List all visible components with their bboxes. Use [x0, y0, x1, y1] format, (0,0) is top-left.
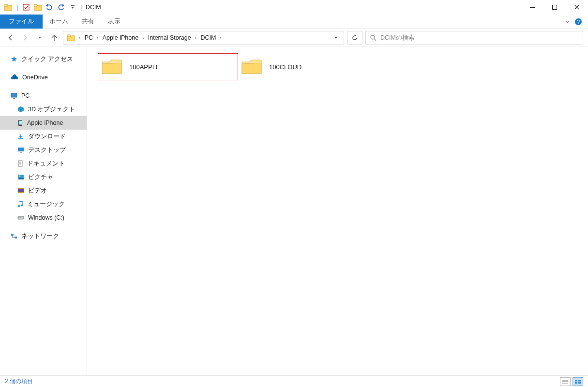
undo-icon[interactable]	[44, 2, 55, 13]
tab-home[interactable]: ホーム	[43, 15, 75, 29]
chevron-right-icon[interactable]: ›	[194, 35, 198, 41]
svg-rect-17	[19, 121, 22, 125]
sidebar-item-desktop[interactable]: デスクトップ	[0, 143, 87, 157]
svg-rect-15	[13, 98, 15, 99]
body: クイック アクセス OneDrive PC 3D オブジェクト Apple iP…	[0, 46, 588, 375]
document-icon	[17, 160, 23, 167]
explorer-icon[interactable]	[3, 2, 14, 13]
search-input[interactable]	[380, 34, 579, 41]
svg-rect-6	[530, 7, 535, 8]
cloud-icon	[11, 74, 18, 80]
ribbon-expand-icon[interactable]	[565, 19, 570, 24]
maximize-button[interactable]	[543, 0, 566, 15]
sidebar-item-windows-c[interactable]: Windows (C:)	[0, 211, 87, 224]
tab-file[interactable]: ファイル	[0, 15, 43, 29]
minimize-button[interactable]	[521, 0, 543, 15]
sidebar-quick-access[interactable]: クイック アクセス	[0, 52, 87, 66]
status-item-count: 2 個の項目	[5, 377, 33, 386]
sidebar-item-videos[interactable]: ビデオ	[0, 184, 87, 197]
address-bar[interactable]: › PC › Apple iPhone › Internal Storage ›…	[63, 31, 344, 45]
up-button[interactable]	[48, 32, 60, 44]
properties-icon[interactable]	[21, 2, 31, 13]
svg-point-30	[18, 205, 20, 207]
svg-rect-7	[553, 5, 557, 10]
download-icon	[17, 133, 24, 140]
sidebar-item-music[interactable]: ミュージック	[0, 197, 87, 211]
view-large-icons-button[interactable]	[573, 377, 583, 386]
forward-button[interactable]	[19, 32, 31, 44]
address-root-icon[interactable]	[65, 34, 77, 41]
qat-dropdown-icon[interactable]	[67, 2, 78, 13]
drive-icon	[17, 215, 24, 221]
svg-rect-2	[23, 4, 29, 10]
sidebar-item-downloads[interactable]: ダウンロード	[0, 130, 87, 143]
svg-rect-1	[4, 4, 8, 6]
folder-item[interactable]: 100APPLE	[98, 53, 238, 80]
refresh-button[interactable]	[347, 31, 362, 45]
svg-rect-40	[578, 380, 581, 382]
close-button[interactable]	[566, 0, 588, 15]
cube-icon	[17, 106, 24, 113]
chevron-right-icon[interactable]: ›	[96, 35, 100, 41]
sidebar-pc[interactable]: PC	[0, 89, 87, 103]
svg-rect-33	[18, 217, 21, 217]
breadcrumb-dcim[interactable]: DCIM	[198, 34, 218, 41]
redo-icon[interactable]	[56, 2, 66, 13]
svg-rect-41	[575, 382, 577, 384]
chevron-right-icon[interactable]: ›	[219, 35, 223, 41]
title-bar: | | DCIM	[0, 0, 588, 15]
view-details-button[interactable]	[560, 377, 571, 386]
svg-rect-21	[18, 161, 22, 166]
folder-item[interactable]: 100CLOUD	[238, 53, 378, 80]
back-button[interactable]	[5, 32, 16, 44]
help-icon[interactable]: ?	[574, 18, 582, 26]
chevron-right-icon[interactable]: ›	[141, 35, 145, 41]
new-folder-icon[interactable]	[32, 2, 43, 13]
folder-icon	[241, 58, 262, 75]
tab-share[interactable]: 共有	[75, 15, 101, 29]
sidebar-item-label: ピクチャ	[28, 173, 53, 181]
tab-view[interactable]: 表示	[101, 15, 127, 29]
svg-rect-14	[11, 93, 17, 97]
svg-point-31	[21, 205, 23, 207]
svg-rect-34	[11, 234, 14, 236]
breadcrumb-pc[interactable]: PC	[83, 34, 95, 41]
svg-line-13	[374, 39, 376, 41]
recent-locations-button[interactable]	[34, 32, 45, 44]
svg-rect-5	[71, 5, 75, 6]
folder-icon	[101, 58, 122, 75]
sidebar-item-pictures[interactable]: ピクチャ	[0, 170, 87, 184]
sidebar-onedrive[interactable]: OneDrive	[0, 71, 87, 84]
window-controls	[521, 0, 588, 15]
music-icon	[17, 201, 23, 208]
sidebar-network[interactable]: ネットワーク	[0, 229, 87, 243]
sidebar-item-label: 3D オブジェクト	[28, 105, 75, 114]
svg-rect-32	[18, 216, 24, 219]
sidebar-item-label: Windows (C:)	[28, 214, 64, 221]
navigation-bar: › PC › Apple iPhone › Internal Storage ›…	[0, 29, 588, 46]
address-dropdown-icon[interactable]	[330, 32, 342, 44]
svg-rect-18	[18, 138, 23, 139]
svg-rect-35	[15, 237, 17, 238]
svg-rect-11	[67, 35, 71, 37]
desktop-icon	[17, 147, 24, 153]
search-box[interactable]	[365, 31, 583, 45]
svg-rect-20	[20, 152, 22, 153]
network-icon	[11, 233, 17, 239]
breadcrumb-storage[interactable]: Internal Storage	[146, 34, 193, 41]
sidebar-item-3d-objects[interactable]: 3D オブジェクト	[0, 103, 87, 116]
sidebar-item-apple-iphone[interactable]: Apple iPhone	[0, 116, 87, 130]
svg-point-26	[19, 176, 21, 177]
sidebar-item-label: ドキュメント	[27, 160, 65, 168]
content-pane[interactable]: 100APPLE 100CLOUD	[87, 46, 588, 375]
svg-rect-42	[578, 382, 581, 384]
search-icon	[370, 34, 377, 41]
separator: |	[81, 4, 82, 11]
sidebar-item-documents[interactable]: ドキュメント	[0, 157, 87, 170]
chevron-right-icon[interactable]: ›	[78, 35, 82, 41]
pictures-icon	[17, 174, 24, 180]
pc-icon	[11, 92, 17, 99]
status-bar: 2 個の項目	[0, 375, 588, 387]
sidebar-item-label: Apple iPhone	[27, 119, 63, 126]
breadcrumb-device[interactable]: Apple iPhone	[101, 34, 140, 41]
